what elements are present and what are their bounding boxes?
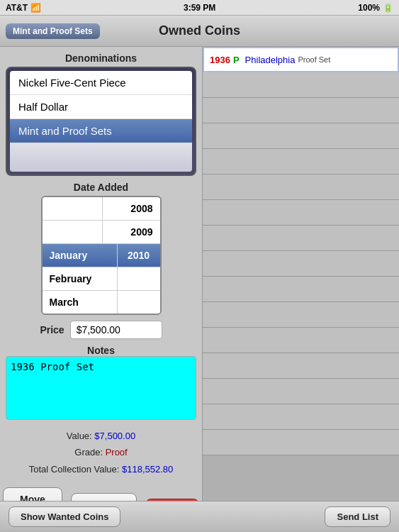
coin-list-item[interactable] [203,226,399,251]
coin-list-item[interactable] [203,353,399,379]
date-added-title: Date Added [74,182,128,193]
action-buttons: Move to Wanted Save Changes Delete [6,483,196,501]
coin-list-item[interactable]: 1936 P Philadelphia Proof Set [203,47,399,72]
coin-list-item[interactable] [203,72,399,98]
year-feb-empty [118,267,160,290]
year-2010: 2010 [118,244,160,267]
nav-bar: Mint and Proof Sets Owned Coins [0,16,399,47]
year-2009: 2009 [103,221,160,243]
show-wanted-coins-button[interactable]: Show Wanted Coins [9,506,120,527]
date-row-feb[interactable]: February [43,267,160,291]
battery-label: 100% [358,3,380,13]
status-left: AT&T 📶 [6,3,41,13]
send-list-button[interactable]: Send List [325,506,390,527]
price-row: Price [6,321,196,339]
denominations-title: Denominations [6,52,196,64]
coin-list-item[interactable] [203,149,399,174]
month-january: January [43,244,118,267]
coin-list-item[interactable] [203,174,399,200]
denomination-nickel[interactable]: Nickel Five-Cent Piece [10,71,192,95]
coin-list-item[interactable] [203,123,399,149]
denomination-mint-proof[interactable]: Mint and Proof Sets [10,119,192,143]
value-line: Value: $7,500.00 [6,428,196,444]
nav-title: Owned Coins [159,23,240,38]
coin-list-item[interactable] [203,328,399,353]
coin-mint: P [233,55,240,65]
date-row-mar[interactable]: March [43,291,160,314]
status-bar: AT&T 📶 3:59 PM 100% 🔋 [0,0,399,16]
coin-list-item[interactable] [203,379,399,404]
coin-list-item[interactable] [203,277,399,302]
total-amount: $118,552.80 [122,464,173,475]
grade-line: Grade: Proof [6,444,196,460]
denominations-section: Denominations Nickel Five-Cent Piece Hal… [6,52,196,176]
date-picker[interactable]: 2008 2009 January 2010 February March [41,196,162,315]
denominations-picker[interactable]: Nickel Five-Cent Piece Half Dollar Mint … [6,67,196,176]
notes-textarea[interactable]: 1936 Proof Set [6,356,196,420]
date-row-2008[interactable]: 2008 [43,197,160,221]
coin-list-item[interactable] [203,98,399,123]
wifi-icon: 📶 [30,3,41,13]
coin-list-panel: 1936 P Philadelphia Proof Set [202,47,399,501]
price-label: Price [40,324,64,336]
notes-label: Notes [6,345,196,356]
left-panel: Denominations Nickel Five-Cent Piece Hal… [0,47,202,501]
coin-list-item[interactable] [203,251,399,277]
year-mar-empty [118,291,160,314]
date-row-jan-2010[interactable]: January 2010 [43,244,160,267]
date-added-section: Date Added 2008 2009 January 2010 Februa… [6,182,196,315]
denomination-half-dollar[interactable]: Half Dollar [10,95,192,119]
coin-list-item[interactable] [203,404,399,430]
year-2008: 2008 [103,197,160,220]
coin-subtype: Proof Set [298,55,330,64]
battery-icon: 🔋 [383,3,393,13]
coin-city: Philadelphia [245,55,296,65]
coin-list-item[interactable] [203,302,399,328]
denomination-empty [10,143,192,172]
month-empty-1 [43,197,103,220]
save-changes-button[interactable]: Save Changes [71,493,137,501]
notes-section: Notes 1936 Proof Set [6,345,196,422]
coin-year: 1936 [210,55,230,65]
grade-value: Proof [106,447,128,458]
carrier-label: AT&T [6,3,28,13]
coin-list-item[interactable] [203,200,399,226]
move-to-wanted-button[interactable]: Move to Wanted [3,487,62,501]
total-line: Total Collection Value: $118,552.80 [6,461,196,477]
main-content: Denominations Nickel Five-Cent Piece Hal… [0,47,399,501]
date-row-2009[interactable]: 2009 [43,221,160,244]
status-right: 100% 🔋 [358,3,393,13]
bottom-bar: Show Wanted Coins Send List [0,501,399,532]
month-empty-2 [43,221,103,243]
value-amount: $7,500.00 [94,431,135,441]
values-section: Value: $7,500.00 Grade: Proof Total Coll… [6,428,196,477]
coin-list-item[interactable] [203,430,399,455]
price-input[interactable] [70,321,162,339]
month-march: March [43,291,118,314]
month-february: February [43,267,118,290]
back-button[interactable]: Mint and Proof Sets [6,23,100,39]
time-label: 3:59 PM [184,3,215,13]
